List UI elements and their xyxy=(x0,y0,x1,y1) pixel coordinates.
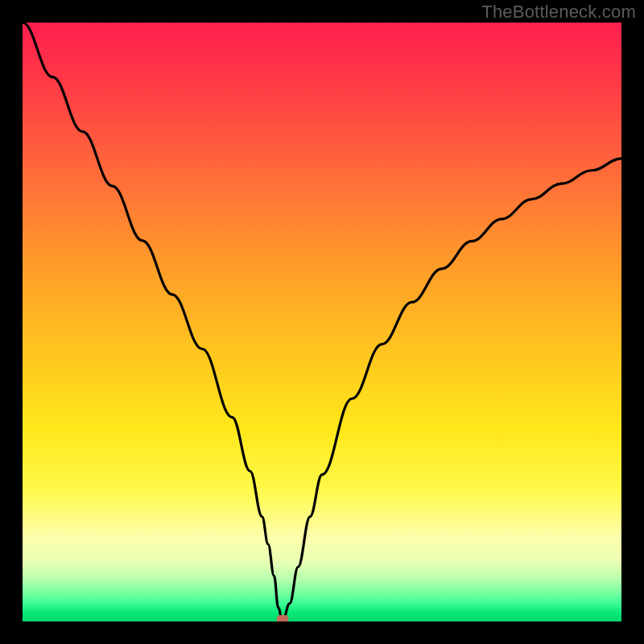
curve-svg xyxy=(23,23,621,621)
plot-area xyxy=(23,23,621,621)
chart-frame: TheBottleneck.com xyxy=(0,0,644,644)
optimal-point-marker xyxy=(276,615,288,621)
watermark-text: TheBottleneck.com xyxy=(481,2,636,23)
bottleneck-curve-path xyxy=(23,23,621,621)
